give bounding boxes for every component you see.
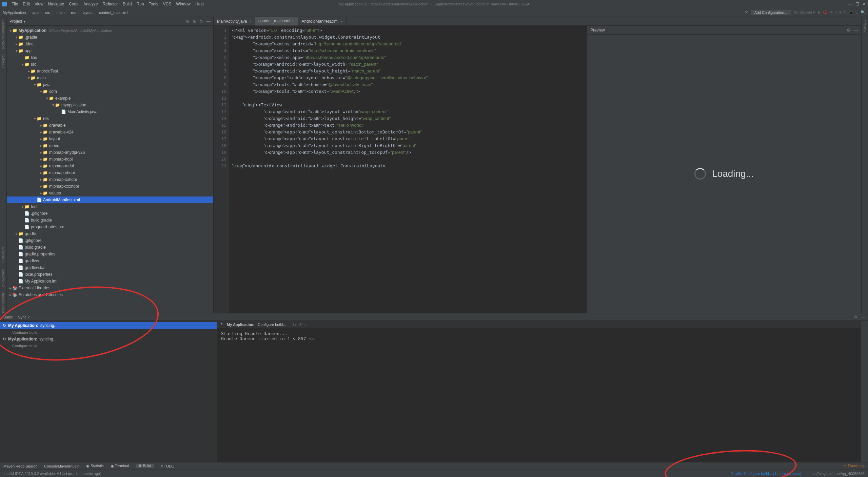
tab-content-main[interactable]: content_main.xml× — [255, 17, 298, 25]
tree-item[interactable]: ▾📁java — [7, 81, 213, 88]
tree-item[interactable]: ▸📁values — [7, 190, 213, 196]
hide-icon[interactable]: — — [861, 315, 865, 319]
close-icon[interactable]: ✕ — [863, 2, 866, 6]
menu-navigate[interactable]: Navigate — [48, 2, 64, 6]
project-view-selector[interactable]: Project ▾ — [9, 19, 25, 24]
attach-icon[interactable]: ⎘ — [835, 10, 837, 15]
tree-item[interactable]: ▸📁mipmap-xhdpi — [7, 169, 213, 176]
tree-item[interactable]: 📄build.gradle — [7, 217, 213, 224]
tree-item[interactable]: ▸📁mipmap-mdpi — [7, 163, 213, 169]
tree-item[interactable]: ▾📁.gradle — [7, 34, 213, 41]
tool-structure[interactable]: 7: Structure — [1, 246, 5, 264]
tree-item[interactable]: 📄proguard-rules.pro — [7, 224, 213, 230]
build-task-row[interactable]: ↻My Application: syncing... — [0, 322, 217, 329]
tab-mainactivity[interactable]: MainActivity.java× — [214, 17, 255, 25]
tree-item[interactable]: 📄MainActivity.java — [7, 108, 213, 115]
tree-item[interactable]: ▸📁.idea — [7, 41, 213, 47]
tree-item[interactable]: ▾📁com — [7, 88, 213, 95]
tree-item[interactable]: ▸📁mipmap-xxhdpi — [7, 176, 213, 183]
tab-manifest[interactable]: AndroidManifest.xml× — [298, 17, 346, 25]
menu-view[interactable]: View — [35, 2, 43, 6]
tree-item[interactable]: 📄gradle.properties — [7, 251, 213, 257]
tree-item[interactable]: 📄build.gradle — [7, 244, 213, 251]
tree-item[interactable]: ▸📁test — [7, 203, 213, 210]
menu-tools[interactable]: Tools — [149, 2, 158, 6]
menu-analyze[interactable]: Analyze — [83, 2, 98, 6]
run-config-dropdown[interactable]: Add Configuration... — [751, 10, 791, 15]
run-icon[interactable]: ▶ — [818, 10, 821, 15]
tree-item[interactable]: ▸📚External Libraries — [7, 285, 213, 291]
tool-project[interactable]: 1: Project — [1, 55, 5, 69]
build-output[interactable]: Starting Gradle Daemon... Gradle Daemon … — [217, 328, 861, 462]
tree-item[interactable]: ▾📁example — [7, 95, 213, 102]
tree-item[interactable]: ▸📁drawable-v24 — [7, 129, 213, 136]
sync-icon[interactable]: ↻ — [844, 10, 847, 15]
collapse-icon[interactable]: ⊖ — [186, 19, 189, 24]
menu-window[interactable]: Window — [176, 2, 191, 6]
gear-icon[interactable]: ⚙ — [199, 19, 203, 24]
bottom-tab[interactable]: ◉ Statistic — [86, 464, 104, 468]
tree-item[interactable]: ▾📁res — [7, 115, 213, 122]
tree-item[interactable]: ▸📁gradle — [7, 230, 213, 237]
minimize-icon[interactable]: — — [848, 2, 852, 6]
maximize-icon[interactable]: ☐ — [855, 2, 859, 6]
crumb[interactable]: app — [32, 11, 38, 15]
hide-icon[interactable]: — — [206, 19, 211, 24]
bottom-tab[interactable]: ConsoleMavenPlugin — [44, 464, 79, 468]
tree-root[interactable]: ▾📁MyApplicationD:\IdeaProjects\Android\M… — [7, 27, 213, 34]
menu-file[interactable]: File — [12, 2, 18, 6]
crumb-file[interactable]: content_main.xml — [99, 11, 128, 15]
menu-edit[interactable]: Edit — [23, 2, 30, 6]
tree-item[interactable]: ▸📁drawable — [7, 122, 213, 129]
stop-icon[interactable]: ■ — [839, 10, 842, 15]
tree-item[interactable]: ▸📁mipmap-hdpi — [7, 156, 213, 163]
bottom-tab[interactable]: Maven Repo Search — [3, 464, 37, 468]
expand-icon[interactable]: ⊕ — [193, 19, 196, 24]
gradle-progress[interactable]: Gradle: Configure build... (1 more proce… — [731, 472, 801, 476]
tree-item[interactable]: 📄AndroidManifest.xml — [7, 196, 213, 203]
build-tasks-tree[interactable]: ↻My Application: syncing...Configure bui… — [0, 321, 217, 462]
status-message[interactable]: IntelliJ IDEA 2019.3.2 available: // Upd… — [3, 472, 101, 476]
profile-icon[interactable]: ◔ — [829, 10, 833, 15]
tree-item[interactable]: ▾📁myapplication — [7, 102, 213, 108]
crumb-root[interactable]: MyApplication — [3, 11, 26, 15]
debug-icon[interactable]: 🐞 — [823, 10, 827, 15]
code-editor[interactable]: 123456789101112131415161718192021 <?xml … — [214, 26, 587, 313]
sdk-icon[interactable]: ⤓ — [855, 10, 859, 15]
tree-item[interactable]: ▾📁app — [7, 47, 213, 54]
code-content[interactable]: <?xml version="1.0" encoding="utf-8"?> "… — [229, 26, 587, 313]
build-task-row[interactable]: ↻MyApplication: syncing... — [0, 336, 217, 343]
crumb[interactable]: layout — [83, 11, 93, 15]
tree-item[interactable]: 📄.gitignore — [7, 237, 213, 244]
tree-item[interactable]: 📄My Application.iml — [7, 278, 213, 285]
project-tree[interactable]: ▾📁MyApplicationD:\IdeaProjects\Android\M… — [7, 26, 213, 313]
device-selector[interactable]: No devices ▾ — [794, 10, 815, 15]
menu-code[interactable]: Code — [69, 2, 79, 6]
tool-resource-manager[interactable]: Resource Manager — [1, 20, 5, 49]
tree-item[interactable]: 📄local.properties — [7, 271, 213, 278]
close-icon[interactable]: × — [340, 19, 342, 23]
tool-build-variants[interactable]: Build Variants — [1, 292, 5, 313]
tree-item[interactable]: 📄.gitignore — [7, 210, 213, 217]
event-log-button[interactable]: ⚠ Event Log — [843, 464, 865, 468]
gear-icon[interactable]: ⚙ — [854, 315, 857, 319]
crumb[interactable]: res — [71, 11, 76, 15]
tree-item[interactable]: ▸📁menu — [7, 142, 213, 149]
close-icon[interactable]: × — [292, 19, 294, 23]
menu-build[interactable]: Build — [123, 2, 132, 6]
menu-run[interactable]: Run — [137, 2, 144, 6]
crumb[interactable]: main — [57, 11, 65, 15]
menu-vcs[interactable]: VCS — [163, 2, 172, 6]
tree-item[interactable]: ▸📁mipmap-xxxhdpi — [7, 183, 213, 190]
sync-tab[interactable]: Sync × — [18, 315, 30, 319]
hammer-icon[interactable]: ⚒ — [745, 10, 748, 15]
tool-favorites[interactable]: 2: Favorites — [1, 269, 5, 287]
bottom-tab-todo[interactable]: ≡ TODO — [161, 464, 175, 468]
hide-icon[interactable]: — — [854, 28, 858, 33]
crumb[interactable]: src — [45, 11, 50, 15]
tree-item[interactable]: 📁libs — [7, 54, 213, 61]
menu-help[interactable]: Help — [195, 2, 204, 6]
avd-icon[interactable]: 📱 — [849, 10, 853, 15]
close-icon[interactable]: × — [249, 19, 251, 23]
tree-item[interactable]: ▸📁androidTest — [7, 68, 213, 75]
